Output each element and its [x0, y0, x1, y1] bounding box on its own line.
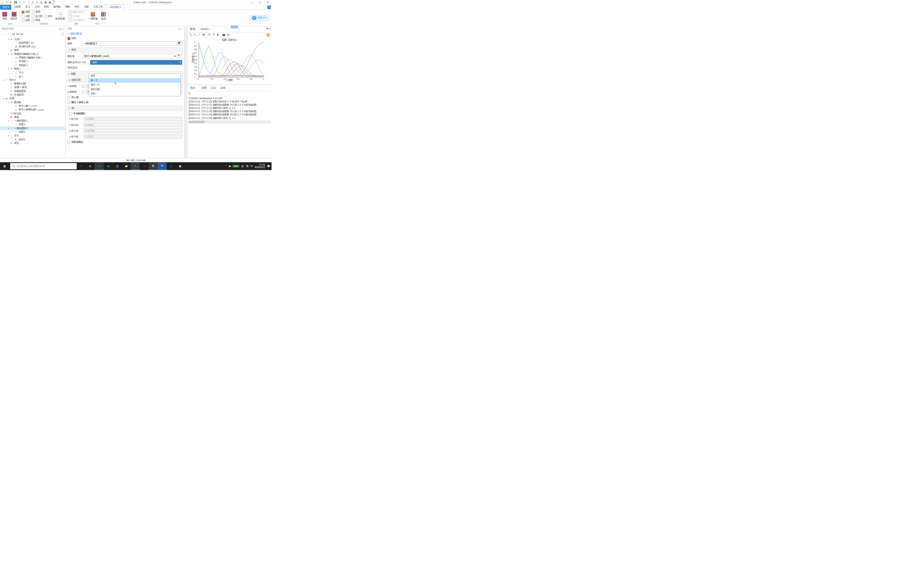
section-axis[interactable]: ▼轴: [67, 106, 183, 111]
menu-tab-1[interactable]: 定义: [23, 4, 32, 10]
tree-row-9[interactable]: ◬大小: [0, 71, 65, 74]
browser-icon[interactable]: ◉: [103, 162, 113, 170]
app-icon-1[interactable]: ◆: [131, 162, 140, 170]
tree-row-0[interactable]: ▾◢几何 1: [0, 37, 65, 41]
param-select[interactable]: 全部: [90, 60, 182, 64]
param-option-0[interactable]: 全部: [89, 74, 181, 78]
tree-row-2[interactable]: ▦形成联合体 (fin): [0, 45, 65, 48]
histogram-button[interactable]: 直方图: [31, 15, 43, 18]
tree-row-3[interactable]: ◆材料: [0, 48, 65, 52]
tree-row-21[interactable]: ▦表格: [0, 115, 65, 119]
cortana-icon[interactable]: ○: [76, 162, 86, 170]
sound-icon[interactable]: 🔇: [241, 165, 244, 168]
global-button[interactable]: 全局: [21, 18, 30, 22]
tree-row-27[interactable]: ▶动画 1: [0, 138, 65, 141]
collapse-icon[interactable]: [61, 33, 64, 36]
tree-row-11[interactable]: ▾∞研究 1: [0, 78, 65, 82]
menu-tab-3[interactable]: 材料: [42, 4, 51, 10]
menu-tab-7[interactable]: 结果: [82, 4, 91, 10]
tree-row-16[interactable]: ▾▦结果: [0, 97, 65, 100]
filter-button[interactable]: 过滤器: [69, 15, 84, 18]
menu-tab-5[interactable]: 网格: [63, 4, 72, 10]
yaxis-check[interactable]: [82, 90, 85, 93]
clock[interactable]: 11:19 2020/4/12: [254, 164, 265, 169]
annotation-button[interactable]: 标注: [44, 15, 53, 18]
tree-row-14[interactable]: ⚙求解器配置: [0, 89, 65, 93]
log-y-icon[interactable]: ☰: [208, 33, 211, 37]
battery-indicator[interactable]: 56%: [233, 165, 239, 168]
msg-tab-0[interactable]: 消息×: [187, 85, 199, 91]
image-1d-button[interactable]: 一维图像: [87, 11, 99, 21]
nav-up-icon[interactable]: ↑: [8, 33, 9, 36]
tree-row-5[interactable]: Δu系数形式偏微分方程 1: [0, 56, 65, 60]
qat-run-icon[interactable]: ▸: [18, 0, 22, 4]
log-x-icon[interactable]: ☶: [212, 33, 215, 37]
qat-undo-icon[interactable]: ↶: [23, 0, 26, 4]
manual-axis-check[interactable]: [69, 112, 72, 115]
msg-tab-2[interactable]: 日志: [208, 85, 218, 91]
tree-row-18[interactable]: ▤研究 1/解 1 (sol1): [0, 104, 65, 108]
view-3-icon[interactable]: ☰▾: [20, 33, 23, 36]
tree-row-7[interactable]: ▭初始值 1: [0, 63, 65, 67]
table-graph-button[interactable]: 表图: [31, 10, 43, 14]
qat-open-icon[interactable]: 📂: [10, 0, 13, 4]
tree-row-23[interactable]: 〰线图 1: [0, 122, 65, 126]
tree-row-10[interactable]: ◬边 1: [0, 75, 65, 78]
color-expr-button[interactable]: 颜色表达式: [69, 10, 84, 14]
param-option-3[interactable]: 来自列表: [89, 87, 181, 92]
taskview-icon[interactable]: ⧉: [86, 162, 95, 170]
tree-row-22[interactable]: ▾〰一维绘图组 1: [0, 119, 65, 122]
point-graph-button[interactable]: 点图: [21, 15, 30, 18]
tree-row-6[interactable]: ▭零通量 1: [0, 60, 65, 63]
dataset-select[interactable]: 研究 1/参数化解 1 (sol2): [82, 54, 176, 58]
flip-check[interactable]: [68, 101, 70, 104]
dualy-check[interactable]: [68, 96, 70, 99]
menu-tab-6[interactable]: 研究: [72, 4, 82, 10]
dataset-goto-button[interactable]: ⇱: [178, 54, 182, 58]
msg-tab-3[interactable]: 表格×: [218, 85, 229, 91]
explorer-icon[interactable]: 📁: [122, 162, 131, 170]
edge-icon[interactable]: e: [95, 162, 103, 170]
qat-new-icon[interactable]: 🗋: [5, 0, 9, 4]
menu-tab-9[interactable]: 一维绘图组 2: [105, 4, 124, 10]
close-button[interactable]: ✕: [264, 0, 272, 5]
zoom-out-icon[interactable]: 🔍: [193, 33, 196, 37]
convergence-tab[interactable]: 收敛图 1 ×: [198, 26, 215, 32]
qat-redo-icon[interactable]: ↷: [27, 0, 30, 4]
chrome-icon[interactable]: 🌐: [113, 162, 122, 170]
menu-tab-8[interactable]: 开发工具: [91, 4, 105, 10]
tree-row-12[interactable]: ≡参数化扫描: [0, 82, 65, 85]
tree-row-28[interactable]: ▤报告: [0, 141, 65, 145]
plot-in-button[interactable]: 绘制于: [10, 11, 19, 21]
plot-button[interactable]: 绘制: [1, 11, 8, 21]
nav-down-icon[interactable]: ↓: [10, 33, 11, 36]
qat-search-icon[interactable]: 🔍▾: [52, 0, 56, 4]
qat-page-icon[interactable]: ▭: [1, 0, 4, 4]
graph-tab[interactable]: 图形: [187, 26, 198, 32]
help-button[interactable]: ?: [267, 5, 271, 9]
param-option-1[interactable]: 第一个: [89, 78, 181, 82]
tree-row-8[interactable]: ▾▲网格 1: [0, 67, 65, 71]
line-graph-button[interactable]: 线图: [21, 10, 30, 14]
ime-2[interactable]: 中: [250, 164, 253, 168]
ime-1[interactable]: 英: [246, 164, 249, 168]
export-expr-button[interactable]: 导出表达式: [69, 18, 84, 22]
param-option-4[interactable]: 手动: [89, 92, 181, 96]
tree-row-13[interactable]: ⟳步骤 1: 瞬态: [0, 85, 65, 89]
message-body[interactable]: COMSOL Multiphysics 5.4.0.225[2020-4-12 …: [187, 96, 271, 158]
msg-tab-1[interactable]: 进度: [199, 85, 208, 91]
tree-row-24[interactable]: ▾〰一维绘图组 2: [0, 127, 65, 130]
tree-row-15[interactable]: ▦作业配置: [0, 93, 65, 97]
zoom-in-icon[interactable]: 🔍: [189, 33, 192, 37]
wechat-icon[interactable]: ●: [167, 162, 176, 170]
tree-row-19[interactable]: ▤研究 1/参数化解 1 (sol2): [0, 108, 65, 111]
animation-button[interactable]: 动画: [100, 11, 107, 21]
tree-row-4[interactable]: ▾Δu系数形式偏微分方程 (c): [0, 52, 65, 56]
view-2-icon[interactable]: ☰▾: [16, 33, 19, 36]
tree-row-26[interactable]: ▾⤓导出: [0, 134, 65, 137]
app-icon-3[interactable]: ▦: [176, 162, 185, 170]
qat-delete-icon[interactable]: 🗑: [39, 0, 43, 4]
taskbar-search[interactable]: 🔍 在这里输入你要搜索的内容: [10, 163, 76, 169]
qat-sel2-icon[interactable]: ▦: [48, 0, 52, 4]
qat-save-icon[interactable]: 💾: [14, 0, 17, 4]
